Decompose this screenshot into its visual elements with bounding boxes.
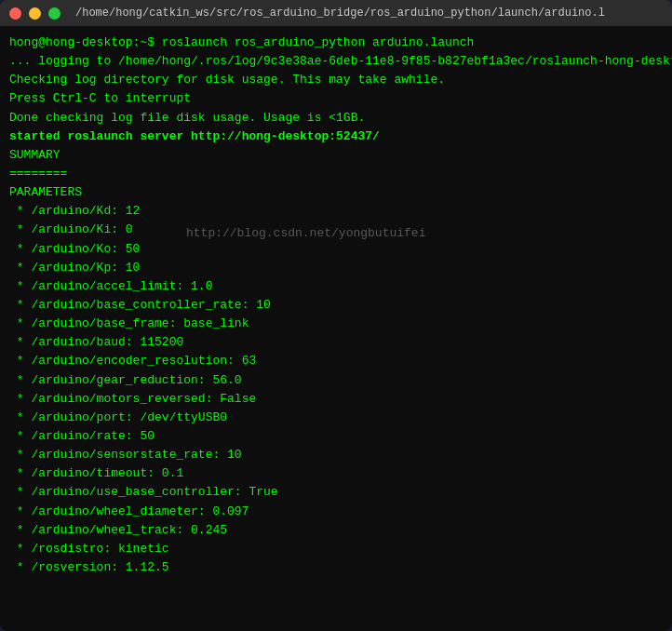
terminal-line: started roslaunch server http://hong-des… xyxy=(9,128,663,146)
terminal-line: * /arduino/accel_limit: 1.0 xyxy=(9,277,663,296)
terminal-line: * /arduino/timeout: 0.1 xyxy=(9,464,663,483)
terminal-line: ... logging to /home/hong/.ros/log/9c3e3… xyxy=(9,52,663,71)
terminal-line: Done checking log file disk usage. Usage… xyxy=(9,109,663,128)
titlebar: /home/hong/catkin_ws/src/ros_arduino_bri… xyxy=(0,0,672,26)
terminal-line: * /arduino/encoder_resolution: 63 xyxy=(9,352,663,370)
terminal-line: * /arduino/wheel_track: 0.245 xyxy=(9,521,663,540)
terminal-content: hong@hong-desktop:~$ roslaunch ros_ardui… xyxy=(9,34,663,577)
terminal-line: * /rosversion: 1.12.5 xyxy=(9,558,663,577)
terminal-line: SUMMARY xyxy=(9,146,663,165)
terminal-line: * /arduino/use_base_controller: True xyxy=(9,483,663,502)
terminal-line: * /arduino/Ko: 50 xyxy=(9,240,663,259)
terminal-body[interactable]: http://blog.csdn.net/yongbutuifei hong@h… xyxy=(0,26,672,631)
terminal-line: Press Ctrl-C to interrupt xyxy=(9,89,663,108)
minimize-button[interactable] xyxy=(29,7,41,20)
terminal-line: Checking log directory for disk usage. T… xyxy=(9,71,663,89)
terminal-line: * /arduino/Ki: 0 xyxy=(9,221,663,239)
terminal-line: * /arduino/sensorstate_rate: 10 xyxy=(9,446,663,464)
maximize-button[interactable] xyxy=(48,7,60,20)
terminal-line: ======== xyxy=(9,165,663,183)
terminal-line: * /rosdistro: kinetic xyxy=(9,540,663,558)
terminal-window: /home/hong/catkin_ws/src/ros_arduino_bri… xyxy=(0,0,672,631)
terminal-line: * /arduino/Kp: 10 xyxy=(9,259,663,277)
terminal-line: * /arduino/base_frame: base_link xyxy=(9,315,663,333)
terminal-line: * /arduino/port: /dev/ttyUSB0 xyxy=(9,409,663,427)
terminal-line: PARAMETERS xyxy=(9,183,663,202)
terminal-line: * /arduino/gear_reduction: 56.0 xyxy=(9,371,663,390)
terminal-line: * /arduino/wheel_diameter: 0.097 xyxy=(9,503,663,521)
terminal-line: * /arduino/motors_reversed: False xyxy=(9,390,663,409)
terminal-line: * /arduino/base_controller_rate: 10 xyxy=(9,296,663,315)
close-button[interactable] xyxy=(9,7,21,20)
terminal-line: * /arduino/baud: 115200 xyxy=(9,333,663,352)
terminal-line: * /arduino/Kd: 12 xyxy=(9,202,663,221)
terminal-line: hong@hong-desktop:~$ roslaunch ros_ardui… xyxy=(9,34,663,52)
terminal-line: * /arduino/rate: 50 xyxy=(9,427,663,446)
window-title: /home/hong/catkin_ws/src/ros_arduino_bri… xyxy=(75,7,663,20)
